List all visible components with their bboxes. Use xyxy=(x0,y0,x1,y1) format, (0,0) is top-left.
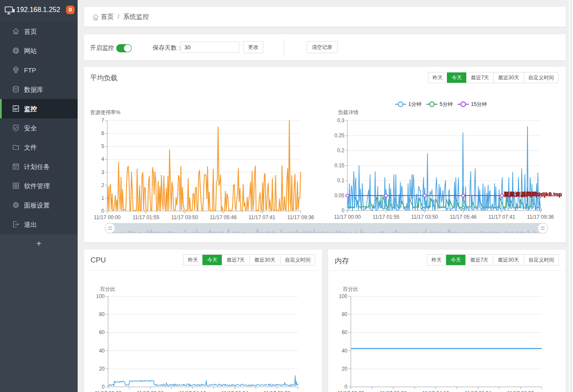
svg-text:11/17 04:16: 11/17 04:16 xyxy=(179,390,206,392)
svg-text:3: 3 xyxy=(101,169,104,175)
svg-text:15分钟: 15分钟 xyxy=(471,101,487,107)
svg-text:11/17 00:00: 11/17 00:00 xyxy=(334,214,361,220)
svg-text:11/17 05:46: 11/17 05:46 xyxy=(450,214,477,220)
svg-text:0: 0 xyxy=(101,208,104,214)
svg-text:0.2: 0.2 xyxy=(337,148,344,154)
svg-text:0: 0 xyxy=(341,208,344,214)
svg-text:11/17 01:55: 11/17 01:55 xyxy=(373,214,400,220)
svg-text:80: 80 xyxy=(99,311,105,317)
svg-text:百分比: 百分比 xyxy=(100,286,115,292)
svg-text:资源使用率%: 资源使用率% xyxy=(90,109,121,115)
svg-text:11/17 02:08: 11/17 02:08 xyxy=(137,390,164,392)
svg-text:11/17 00:00: 11/17 00:00 xyxy=(95,390,122,392)
svg-text:11/17 00:00: 11/17 00:00 xyxy=(338,390,365,392)
svg-text:20: 20 xyxy=(99,366,105,372)
svg-text:4: 4 xyxy=(101,156,104,162)
svg-text:40: 40 xyxy=(342,348,348,354)
svg-text:11/17 09:36: 11/17 09:36 xyxy=(527,214,554,220)
svg-text:0.05: 0.05 xyxy=(335,193,345,199)
svg-text:100: 100 xyxy=(339,293,347,299)
svg-text:11/17 08:32: 11/17 08:32 xyxy=(507,390,534,392)
svg-text:11/17 06:24: 11/17 06:24 xyxy=(464,390,492,392)
svg-text:聚聚资源网网tldjk8.top: 聚聚资源网网tldjk8.top xyxy=(504,191,562,198)
svg-text:11/17 09:36: 11/17 09:36 xyxy=(287,214,314,220)
svg-text:20: 20 xyxy=(342,366,348,372)
svg-text:7: 7 xyxy=(101,118,104,124)
svg-text:5分钟: 5分钟 xyxy=(440,101,453,107)
svg-text:0: 0 xyxy=(102,384,105,390)
svg-text:11/17 04:16: 11/17 04:16 xyxy=(422,390,449,392)
svg-text:0.3: 0.3 xyxy=(337,118,344,124)
svg-text:11/17 02:08: 11/17 02:08 xyxy=(380,390,407,392)
svg-text:0: 0 xyxy=(344,384,347,390)
svg-text:1分钟: 1分钟 xyxy=(408,101,422,107)
svg-text:0.25: 0.25 xyxy=(335,133,345,139)
svg-text:11/17 05:46: 11/17 05:46 xyxy=(210,214,237,220)
svg-text:负载详情: 负载详情 xyxy=(338,109,359,115)
svg-text:40: 40 xyxy=(99,348,105,354)
svg-text:2: 2 xyxy=(101,182,104,188)
svg-text:0.15: 0.15 xyxy=(335,163,345,169)
svg-text:11/17 03:50: 11/17 03:50 xyxy=(411,214,438,220)
svg-text:100: 100 xyxy=(96,293,105,299)
svg-text:百分比: 百分比 xyxy=(343,286,358,292)
svg-text:11/17 00:00: 11/17 00:00 xyxy=(94,214,121,220)
svg-text:60: 60 xyxy=(99,329,105,335)
svg-text:0.1: 0.1 xyxy=(337,178,344,184)
svg-text:11/17 07:41: 11/17 07:41 xyxy=(489,214,516,220)
svg-text:11/17 01:55: 11/17 01:55 xyxy=(133,214,160,220)
svg-text:5: 5 xyxy=(101,143,104,149)
svg-text:11/17 03:50: 11/17 03:50 xyxy=(171,214,198,220)
svg-text:6: 6 xyxy=(101,130,104,136)
svg-text:60: 60 xyxy=(342,329,348,335)
svg-text:1: 1 xyxy=(101,195,104,201)
svg-text:11/17 08:32: 11/17 08:32 xyxy=(264,390,291,392)
svg-text:11/17 06:24: 11/17 06:24 xyxy=(221,390,248,392)
svg-text:80: 80 xyxy=(342,311,348,317)
svg-text:11/17 07:41: 11/17 07:41 xyxy=(249,214,276,220)
